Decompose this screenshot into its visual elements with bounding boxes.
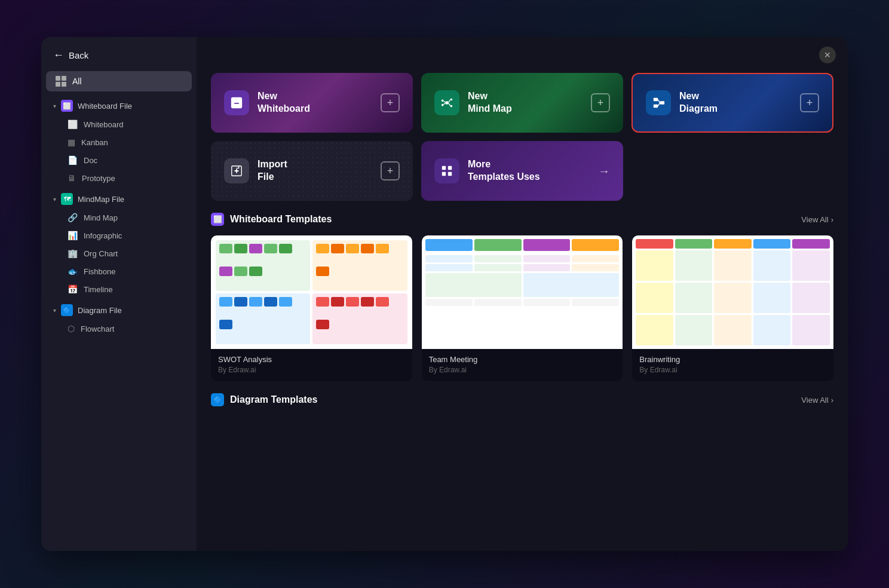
brainwriting-info: Brainwriting By Edraw.ai <box>632 349 833 381</box>
sidebar-item-infographic[interactable]: 📊 Infographic <box>41 226 197 244</box>
svg-point-3 <box>442 104 444 106</box>
new-whiteboard-left: NewWhiteboard <box>224 90 310 115</box>
whiteboard-section-icon: ⬜ <box>61 100 73 112</box>
mind-map-label: Mind Map <box>84 213 118 222</box>
sidebar-section-header-whiteboard[interactable]: ▾ ⬜ Whiteboard File <box>41 96 197 115</box>
new-mindmap-left: NewMind Map <box>434 90 512 115</box>
svg-line-13 <box>658 100 660 103</box>
import-file-card[interactable]: ImportFile + <box>211 141 413 201</box>
timeline-label: Timeline <box>84 285 113 294</box>
svg-rect-16 <box>442 166 446 170</box>
whiteboard-templates-grid: SWOT Analysis By Edraw.ai <box>211 235 833 381</box>
main-content: ✕ NewWhiteboard + <box>197 37 848 551</box>
sidebar-item-mind-map[interactable]: 🔗 Mind Map <box>41 209 197 226</box>
diagram-section-icon: 🔷 <box>211 393 224 406</box>
team-meeting-author: By Edraw.ai <box>429 366 616 374</box>
svg-rect-18 <box>442 172 446 176</box>
sidebar-section-header-diagram[interactable]: ▾ 🔷 Diagram File <box>41 301 197 320</box>
fishbone-label: Fishbone <box>84 267 115 276</box>
more-templates-card[interactable]: MoreTemplates Uses → <box>421 141 623 201</box>
new-mindmap-icon <box>434 90 459 115</box>
sidebar-item-fishbone[interactable]: 🐟 Fishbone <box>41 262 197 280</box>
sidebar-item-whiteboard[interactable]: ⬜ Whiteboard <box>41 115 197 133</box>
grid-icon <box>56 76 66 87</box>
sidebar-item-prototype[interactable]: 🖥 Prototype <box>41 169 197 187</box>
diagram-section-title: 🔷 Diagram Templates <box>211 393 317 406</box>
svg-point-2 <box>442 100 444 102</box>
more-templates-title: MoreTemplates Uses <box>468 158 540 183</box>
back-label: Back <box>69 50 88 60</box>
flowchart-icon: ⬡ <box>68 324 75 333</box>
sidebar-item-flowchart[interactable]: ⬡ Flowchart <box>41 320 197 338</box>
brainwriting-name: Brainwriting <box>639 355 826 364</box>
kanban-icon: ▦ <box>68 137 75 147</box>
svg-line-7 <box>444 103 446 105</box>
back-button[interactable]: ← Back <box>41 49 197 71</box>
whiteboard-label: Whiteboard <box>84 120 123 129</box>
team-meeting-info: Team Meeting By Edraw.ai <box>422 349 623 381</box>
whiteboard-templates-title: ⬜ Whiteboard Templates <box>211 213 332 226</box>
new-diagram-plus[interactable]: + <box>800 93 819 112</box>
new-diagram-icon <box>646 90 671 115</box>
diagram-templates-section: 🔷 Diagram Templates View All › <box>197 393 848 416</box>
brainwriting-preview <box>632 235 833 349</box>
org-chart-label: Org Chart <box>84 249 118 258</box>
new-mindmap-plus[interactable]: + <box>591 93 610 112</box>
svg-rect-12 <box>660 101 664 105</box>
new-whiteboard-card[interactable]: NewWhiteboard + <box>211 73 413 133</box>
more-templates-icon <box>434 158 459 183</box>
diagram-view-all-label: View All <box>801 396 828 405</box>
whiteboard-view-all-label: View All <box>801 215 828 224</box>
sidebar-section-diagram: ▾ 🔷 Diagram File ⬡ Flowchart <box>41 301 197 338</box>
new-diagram-card[interactable]: NewDiagram + <box>632 73 833 133</box>
diagram-view-all[interactable]: View All › <box>801 396 833 405</box>
org-chart-icon: 🏢 <box>68 249 78 258</box>
app-window: ← Back All ▾ ⬜ Whiteboard File ⬜ Whitebo… <box>41 37 848 551</box>
close-button[interactable]: ✕ <box>819 47 836 63</box>
svg-line-9 <box>449 103 450 106</box>
swot-w <box>312 240 407 291</box>
more-templates-arrow: → <box>598 164 610 178</box>
team-meeting-preview <box>422 235 623 349</box>
swot-t <box>312 293 407 344</box>
fishbone-icon: 🐟 <box>68 267 78 276</box>
sidebar: ← Back All ▾ ⬜ Whiteboard File ⬜ Whitebo… <box>41 37 197 551</box>
new-mindmap-card[interactable]: NewMind Map + <box>421 73 623 133</box>
doc-icon: 📄 <box>68 155 78 165</box>
whiteboard-templates-header: ⬜ Whiteboard Templates View All › <box>211 213 833 226</box>
whiteboard-templates-label: Whiteboard Templates <box>230 214 332 225</box>
template-card-swot[interactable]: SWOT Analysis By Edraw.ai <box>211 235 412 381</box>
swot-author: By Edraw.ai <box>218 366 405 374</box>
swot-info: SWOT Analysis By Edraw.ai <box>211 349 412 381</box>
back-arrow-icon: ← <box>53 49 64 62</box>
svg-point-5 <box>450 105 453 108</box>
new-diagram-left: NewDiagram <box>646 90 718 115</box>
whiteboard-view-all[interactable]: View All › <box>801 215 833 224</box>
new-whiteboard-plus[interactable]: + <box>381 93 400 112</box>
timeline-icon: 📅 <box>68 284 78 294</box>
svg-rect-19 <box>448 172 452 176</box>
template-card-team-meeting[interactable]: Team Meeting By Edraw.ai <box>422 235 623 381</box>
sidebar-item-doc[interactable]: 📄 Doc <box>41 151 197 169</box>
template-card-brainwriting[interactable]: Brainwriting By Edraw.ai <box>632 235 833 381</box>
sidebar-item-kanban[interactable]: ▦ Kanban <box>41 133 197 151</box>
sidebar-all-item[interactable]: All <box>46 71 192 91</box>
svg-line-8 <box>449 100 450 102</box>
whiteboard-templates-section: ⬜ Whiteboard Templates View All › <box>197 213 848 393</box>
sidebar-section-header-mindmap[interactable]: ▾ 🗺 MindMap File <box>41 189 197 209</box>
diagram-section-icon: 🔷 <box>61 304 73 316</box>
sidebar-item-timeline[interactable]: 📅 Timeline <box>41 280 197 298</box>
new-whiteboard-icon <box>224 90 249 115</box>
import-file-icon <box>224 158 249 183</box>
diagram-section-label: Diagram Templates <box>230 394 317 405</box>
sidebar-section-mindmap: ▾ 🗺 MindMap File 🔗 Mind Map 📊 Infographi… <box>41 189 197 298</box>
swot-s <box>216 240 310 291</box>
kanban-label: Kanban <box>81 138 108 147</box>
sidebar-item-org-chart[interactable]: 🏢 Org Chart <box>41 244 197 262</box>
all-label: All <box>72 76 82 86</box>
brainwriting-author: By Edraw.ai <box>639 366 826 374</box>
new-mindmap-title: NewMind Map <box>468 90 512 115</box>
new-whiteboard-title: NewWhiteboard <box>257 90 310 115</box>
prototype-icon: 🖥 <box>68 173 76 183</box>
import-file-plus[interactable]: + <box>381 161 400 180</box>
